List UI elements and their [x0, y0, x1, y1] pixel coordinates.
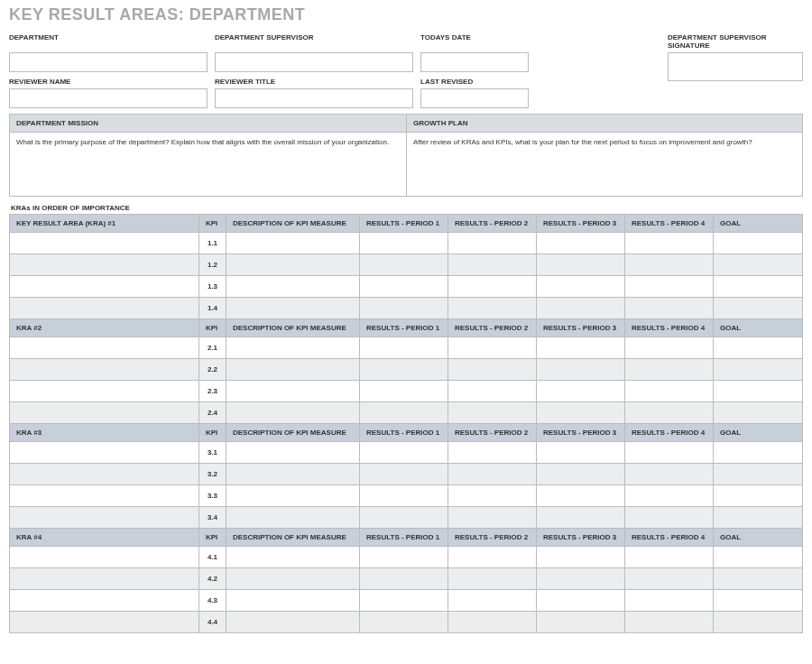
kra-name-cell[interactable] — [10, 254, 199, 276]
result-p4-cell[interactable] — [625, 402, 714, 424]
goal-cell[interactable] — [714, 233, 803, 254]
goal-cell[interactable] — [714, 485, 803, 507]
result-p3-cell[interactable] — [537, 612, 625, 633]
result-p3-cell[interactable] — [537, 233, 625, 254]
mission-input[interactable] — [10, 149, 406, 196]
kra-name-cell[interactable] — [10, 381, 199, 402]
result-p1-cell[interactable] — [360, 298, 448, 319]
kra-name-cell[interactable] — [10, 359, 199, 381]
result-p3-cell[interactable] — [537, 485, 625, 507]
input-reviewer-title[interactable] — [215, 88, 413, 108]
result-p3-cell[interactable] — [537, 337, 625, 359]
result-p1-cell[interactable] — [360, 402, 448, 424]
result-p1-cell[interactable] — [360, 507, 448, 529]
result-p4-cell[interactable] — [625, 359, 714, 381]
goal-cell[interactable] — [714, 568, 803, 590]
result-p2-cell[interactable] — [448, 233, 537, 254]
kpi-desc-cell[interactable] — [226, 359, 360, 381]
result-p2-cell[interactable] — [448, 276, 537, 298]
result-p2-cell[interactable] — [448, 547, 537, 568]
result-p2-cell[interactable] — [448, 568, 537, 590]
kpi-desc-cell[interactable] — [226, 233, 360, 254]
kpi-desc-cell[interactable] — [226, 547, 360, 568]
goal-cell[interactable] — [714, 254, 803, 276]
result-p2-cell[interactable] — [448, 485, 537, 507]
result-p1-cell[interactable] — [360, 547, 448, 568]
result-p2-cell[interactable] — [448, 381, 537, 402]
kra-name-cell[interactable] — [10, 507, 199, 529]
result-p4-cell[interactable] — [625, 337, 714, 359]
result-p3-cell[interactable] — [537, 359, 625, 381]
kpi-desc-cell[interactable] — [226, 590, 360, 612]
result-p2-cell[interactable] — [448, 507, 537, 529]
result-p4-cell[interactable] — [625, 381, 714, 402]
result-p2-cell[interactable] — [448, 590, 537, 612]
result-p2-cell[interactable] — [448, 298, 537, 319]
result-p3-cell[interactable] — [537, 254, 625, 276]
kra-name-cell[interactable] — [10, 298, 199, 319]
result-p4-cell[interactable] — [625, 254, 714, 276]
kpi-desc-cell[interactable] — [226, 402, 360, 424]
result-p1-cell[interactable] — [360, 485, 448, 507]
kra-name-cell[interactable] — [10, 612, 199, 633]
goal-cell[interactable] — [714, 464, 803, 485]
goal-cell[interactable] — [714, 547, 803, 568]
result-p4-cell[interactable] — [625, 298, 714, 319]
result-p4-cell[interactable] — [625, 568, 714, 590]
result-p1-cell[interactable] — [360, 612, 448, 633]
result-p2-cell[interactable] — [448, 464, 537, 485]
result-p4-cell[interactable] — [625, 485, 714, 507]
result-p3-cell[interactable] — [537, 507, 625, 529]
goal-cell[interactable] — [714, 276, 803, 298]
kpi-desc-cell[interactable] — [226, 337, 360, 359]
kra-name-cell[interactable] — [10, 402, 199, 424]
result-p1-cell[interactable] — [360, 233, 448, 254]
result-p1-cell[interactable] — [360, 337, 448, 359]
result-p4-cell[interactable] — [625, 612, 714, 633]
goal-cell[interactable] — [714, 298, 803, 319]
kpi-desc-cell[interactable] — [226, 276, 360, 298]
result-p1-cell[interactable] — [360, 276, 448, 298]
input-signature[interactable] — [668, 52, 803, 81]
kpi-desc-cell[interactable] — [226, 381, 360, 402]
goal-cell[interactable] — [714, 612, 803, 633]
result-p1-cell[interactable] — [360, 590, 448, 612]
result-p2-cell[interactable] — [448, 402, 537, 424]
result-p4-cell[interactable] — [625, 442, 714, 464]
result-p1-cell[interactable] — [360, 464, 448, 485]
kpi-desc-cell[interactable] — [226, 442, 360, 464]
result-p4-cell[interactable] — [625, 590, 714, 612]
result-p3-cell[interactable] — [537, 402, 625, 424]
result-p4-cell[interactable] — [625, 464, 714, 485]
kpi-desc-cell[interactable] — [226, 298, 360, 319]
kpi-desc-cell[interactable] — [226, 254, 360, 276]
kra-name-cell[interactable] — [10, 568, 199, 590]
goal-cell[interactable] — [714, 507, 803, 529]
growth-input[interactable] — [406, 149, 802, 196]
goal-cell[interactable] — [714, 359, 803, 381]
result-p3-cell[interactable] — [537, 276, 625, 298]
kpi-desc-cell[interactable] — [226, 507, 360, 529]
kpi-desc-cell[interactable] — [226, 568, 360, 590]
result-p4-cell[interactable] — [625, 507, 714, 529]
result-p1-cell[interactable] — [360, 254, 448, 276]
result-p2-cell[interactable] — [448, 612, 537, 633]
kra-name-cell[interactable] — [10, 547, 199, 568]
input-last-revised[interactable] — [420, 88, 529, 108]
goal-cell[interactable] — [714, 337, 803, 359]
result-p3-cell[interactable] — [537, 547, 625, 568]
goal-cell[interactable] — [714, 381, 803, 402]
kra-name-cell[interactable] — [10, 590, 199, 612]
input-reviewer-name[interactable] — [9, 88, 208, 108]
result-p4-cell[interactable] — [625, 547, 714, 568]
result-p2-cell[interactable] — [448, 442, 537, 464]
input-department[interactable] — [9, 52, 208, 72]
result-p3-cell[interactable] — [537, 568, 625, 590]
kra-name-cell[interactable] — [10, 337, 199, 359]
result-p1-cell[interactable] — [360, 442, 448, 464]
goal-cell[interactable] — [714, 590, 803, 612]
result-p2-cell[interactable] — [448, 337, 537, 359]
result-p3-cell[interactable] — [537, 442, 625, 464]
input-supervisor[interactable] — [215, 52, 413, 72]
goal-cell[interactable] — [714, 402, 803, 424]
